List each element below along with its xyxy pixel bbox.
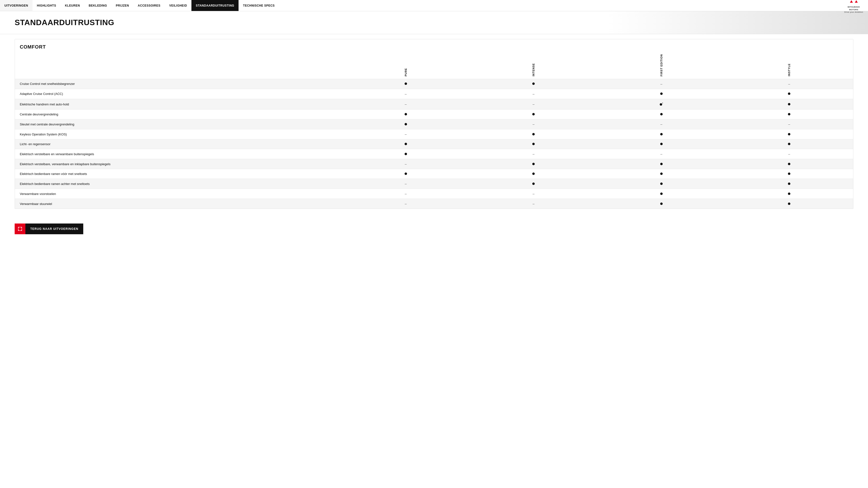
back-to-uitvoeringen-button[interactable]: TERUG NAAR UITVOERINGEN bbox=[14, 224, 83, 234]
nav-kleuren[interactable]: KLEUREN bbox=[61, 0, 84, 11]
comfort-table-wrapper: COMFORT PURE INTENSE FIRST EDITION INSTY… bbox=[14, 39, 854, 209]
feature-name-cell: Elektrische handrem met auto-hold bbox=[15, 99, 342, 109]
dash-indicator: – bbox=[405, 102, 407, 106]
dash-indicator: – bbox=[405, 192, 407, 196]
dot-indicator bbox=[532, 113, 535, 116]
feature-name-cell: Elektrisch verstelbare en verwambare bui… bbox=[15, 149, 342, 159]
dot-indicator bbox=[532, 163, 535, 165]
dot-indicator bbox=[532, 133, 535, 135]
nav-technische-specs[interactable]: TECHNISCHE SPECS bbox=[239, 0, 279, 11]
dot-indicator bbox=[660, 133, 663, 135]
dot-indicator: * bbox=[660, 103, 663, 106]
cell-first bbox=[597, 189, 725, 199]
cell-first: * bbox=[597, 99, 725, 109]
col-header-instyle: INSTYLE bbox=[725, 52, 853, 79]
dot-indicator bbox=[788, 183, 790, 185]
table-row: Cruise Control met snelheidsbegrenzer–– bbox=[15, 79, 853, 89]
dot-indicator bbox=[532, 143, 535, 145]
feature-name-cell: Centrale deurvergrendeling bbox=[15, 109, 342, 119]
cell-instyle: – bbox=[725, 119, 853, 129]
dot-indicator bbox=[788, 193, 790, 195]
cell-instyle bbox=[725, 129, 853, 139]
dash-indicator: – bbox=[532, 202, 534, 206]
cell-first: – bbox=[597, 79, 725, 89]
cell-instyle bbox=[725, 189, 853, 199]
svg-rect-4 bbox=[18, 227, 19, 229]
dot-indicator bbox=[788, 133, 790, 135]
svg-marker-2 bbox=[855, 0, 858, 3]
table-row: Elektrisch verstelbare, verwambare en in… bbox=[15, 159, 853, 169]
cell-first bbox=[597, 89, 725, 99]
dot-indicator bbox=[660, 193, 663, 195]
feature-name-cell: Adaptive Cruise Control (ACC) bbox=[15, 89, 342, 99]
dot-indicator bbox=[660, 202, 663, 205]
nav-uitvoeringen[interactable]: UITVOERINGEN bbox=[0, 0, 32, 11]
cell-intense: – bbox=[469, 119, 597, 129]
cell-pure bbox=[342, 149, 469, 159]
dash-indicator: – bbox=[405, 202, 407, 206]
nav-accessoires[interactable]: ACCESSOIRES bbox=[133, 0, 165, 11]
dot-indicator bbox=[788, 202, 790, 205]
brand-name: MITSUBISHI MOTORS Drive your Ambition bbox=[844, 6, 863, 13]
dot-indicator bbox=[660, 183, 663, 185]
main-nav: UITVOERINGEN HIGHLIGHTS KLEUREN BEKLEDIN… bbox=[0, 0, 868, 11]
dash-indicator: – bbox=[405, 162, 407, 166]
dot-indicator bbox=[788, 163, 790, 165]
nav-prijzen[interactable]: PRIJZEN bbox=[111, 0, 133, 11]
feature-name-cell: Elektrisch bedienbare ramen vóór met sne… bbox=[15, 169, 342, 179]
dash-indicator: – bbox=[532, 102, 534, 106]
cell-intense: – bbox=[469, 149, 597, 159]
table-row: Licht- en regensensor bbox=[15, 139, 853, 149]
cell-first: – bbox=[597, 149, 725, 159]
dot-indicator bbox=[532, 172, 535, 175]
dash-indicator: – bbox=[788, 82, 790, 86]
back-button-label: TERUG NAAR UITVOERINGEN bbox=[25, 227, 83, 231]
dot-indicator bbox=[405, 172, 407, 175]
nav-highlights[interactable]: HIGHLIGHTS bbox=[32, 0, 61, 11]
cell-intense bbox=[469, 129, 597, 139]
cell-instyle bbox=[725, 109, 853, 119]
cell-first bbox=[597, 109, 725, 119]
cell-instyle bbox=[725, 179, 853, 189]
page-title: STANDAARDUITRUSTING bbox=[14, 18, 854, 27]
dot-indicator bbox=[405, 83, 407, 85]
cell-intense: – bbox=[469, 89, 597, 99]
comfort-table: PURE INTENSE FIRST EDITION INSTYLE Cruis… bbox=[15, 52, 853, 208]
dash-indicator: – bbox=[788, 122, 790, 126]
cell-intense bbox=[469, 159, 597, 169]
feature-name-cell: Licht- en regensensor bbox=[15, 139, 342, 149]
dot-indicator bbox=[532, 183, 535, 185]
cell-pure bbox=[342, 79, 469, 89]
table-row: Elektrisch bedienbare ramen vóór met sne… bbox=[15, 169, 853, 179]
brand-logo: MITSUBISHI MOTORS Drive your Ambition bbox=[839, 0, 868, 11]
cell-instyle bbox=[725, 139, 853, 149]
dot-indicator bbox=[788, 93, 790, 95]
cell-pure bbox=[342, 139, 469, 149]
feature-col-header bbox=[15, 52, 342, 79]
comfort-heading: COMFORT bbox=[15, 39, 853, 52]
dash-indicator: – bbox=[660, 122, 662, 126]
feature-name-cell: Verwarmbaar stuurwiel bbox=[15, 199, 342, 209]
cell-first bbox=[597, 179, 725, 189]
dash-indicator: – bbox=[532, 122, 534, 126]
cell-intense bbox=[469, 139, 597, 149]
nav-veiligheid[interactable]: VEILIGHEID bbox=[165, 0, 191, 11]
table-row: Elektrische handrem met auto-hold––* bbox=[15, 99, 853, 109]
back-button-area: TERUG NAAR UITVOERINGEN bbox=[0, 219, 868, 244]
cell-pure: – bbox=[342, 199, 469, 209]
dash-indicator: – bbox=[532, 92, 534, 96]
table-row: Verwarmbaar stuurwiel–– bbox=[15, 199, 853, 209]
table-row: Centrale deurvergrendeling bbox=[15, 109, 853, 119]
table-row: Keyless Operation System (KOS)– bbox=[15, 129, 853, 139]
cell-first bbox=[597, 129, 725, 139]
nav-standaarduitrusting[interactable]: STANDAARDUITRUSTING bbox=[191, 0, 239, 11]
cell-pure: – bbox=[342, 189, 469, 199]
cell-pure: – bbox=[342, 99, 469, 109]
col-header-first-edition: FIRST EDITION bbox=[597, 52, 725, 79]
dot-indicator bbox=[405, 123, 407, 125]
cell-pure bbox=[342, 169, 469, 179]
cell-first bbox=[597, 139, 725, 149]
cell-pure bbox=[342, 109, 469, 119]
nav-bekleding[interactable]: BEKLEDING bbox=[84, 0, 111, 11]
cell-instyle: – bbox=[725, 149, 853, 159]
